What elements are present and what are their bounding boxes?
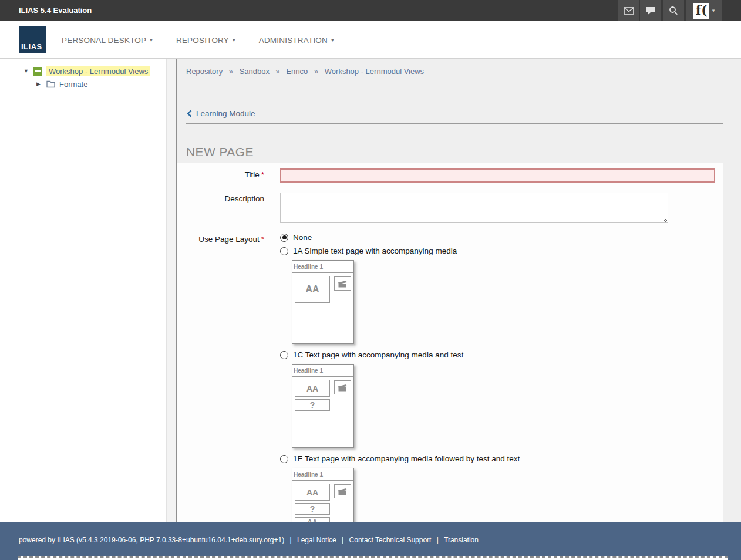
tree-item-learning-module[interactable]: ▼ Workshop - Lernmodul Views: [0, 65, 166, 77]
layout-option-1c[interactable]: 1C Text page with accompanying media and…: [280, 350, 520, 359]
back-link-label: Learning Module: [196, 109, 255, 118]
layout-preview-1e: Headline 1 AA ? AA: [292, 468, 354, 522]
breadcrumb: Repository » Sandbox » Enrico » Workshop…: [186, 67, 723, 76]
ilias-app-window: ILIAS 5.4 Evaluation: [0, 0, 741, 560]
test-block-placeholder: ?: [295, 399, 330, 411]
menu-personal-desktop[interactable]: PERSONAL DESKTOP ▾: [62, 36, 153, 45]
new-page-form: Title* Description Use Page Layout*: [177, 163, 723, 522]
preview-headline: Headline 1: [292, 365, 353, 377]
layout-preview-1a: Headline 1 AA: [292, 260, 354, 344]
search-button[interactable]: [663, 0, 684, 21]
layout-option-label[interactable]: None: [293, 233, 312, 242]
breadcrumb-link[interactable]: Enrico: [286, 67, 308, 76]
title-form-row: Title*: [186, 168, 723, 183]
menu-label: REPOSITORY: [176, 36, 229, 45]
preview-body: AA ? AA: [295, 484, 351, 522]
chat-icon: [646, 6, 655, 15]
layout-radio-1c[interactable]: [280, 351, 288, 359]
user-menu-button[interactable]: f( ▾: [686, 0, 722, 21]
learning-module-icon: [33, 67, 42, 76]
user-avatar: f(: [693, 3, 709, 19]
text-block-placeholder: AA: [295, 484, 330, 501]
footer: powered by ILIAS (v5.4.3 2019-06-06, PHP…: [0, 522, 741, 560]
tree-sidebar: ▼ Workshop - Lernmodul Views ▶ Formate: [0, 59, 166, 522]
media-block-placeholder: [334, 380, 351, 394]
description-form-row: Description: [186, 193, 723, 223]
media-clapperboard-icon: [338, 279, 348, 288]
menu-repository[interactable]: REPOSITORY ▾: [176, 36, 235, 45]
translation-link[interactable]: Translation: [444, 536, 479, 544]
test-block-placeholder: ?: [295, 503, 330, 515]
preview-headline: Headline 1: [292, 261, 353, 273]
back-to-learning-module-link[interactable]: Learning Module: [186, 109, 723, 124]
tree-item-label[interactable]: Formate: [59, 80, 87, 89]
chevron-down-icon: ▾: [712, 8, 715, 14]
expand-icon[interactable]: ▶: [36, 81, 42, 87]
content-upper: Repository » Sandbox » Enrico » Workshop…: [177, 59, 741, 159]
footer-separator: |: [437, 536, 439, 544]
title-label: Title*: [186, 168, 280, 179]
collapse-icon[interactable]: ▼: [23, 68, 29, 74]
layout-option-1e[interactable]: 1E Text page with accompanying media fol…: [280, 454, 520, 463]
description-textarea[interactable]: [280, 193, 668, 223]
installation-title: ILIAS 5.4 Evaluation: [19, 0, 92, 21]
layout-preview-1c: Headline 1 AA ?: [292, 364, 354, 448]
footer-separator: |: [290, 536, 292, 544]
sidebar-scrollbar[interactable]: [166, 59, 176, 522]
search-icon: [669, 6, 678, 15]
powered-by-text: powered by ILIAS (v5.4.3 2019-06-06, PHP…: [19, 536, 284, 544]
media-block-placeholder: [334, 276, 351, 291]
menu-administration[interactable]: ADMINISTRATION ▾: [259, 36, 334, 45]
layout-option-label[interactable]: 1C Text page with accompanying media and…: [293, 350, 463, 359]
media-clapperboard-icon: [338, 383, 348, 392]
mail-button[interactable]: [618, 0, 639, 21]
layout-radio-1a[interactable]: [280, 247, 288, 255]
required-marker: *: [261, 235, 264, 244]
chevron-left-icon: [187, 110, 192, 117]
ilias-logo[interactable]: ILIAS: [19, 26, 46, 53]
chevron-down-icon: ▾: [150, 37, 153, 43]
layout-radio-none[interactable]: [280, 234, 288, 242]
layout-option-1a[interactable]: 1A Simple text page with accompanying me…: [280, 247, 520, 255]
title-input[interactable]: [280, 168, 715, 183]
legal-notice-link[interactable]: Legal Notice: [297, 536, 336, 544]
top-bar: ILIAS 5.4 Evaluation: [0, 0, 741, 21]
page-title: NEW PAGE: [186, 145, 723, 159]
tree-item-formate[interactable]: ▶ Formate: [0, 77, 166, 90]
use-page-layout-label: Use Page Layout*: [186, 233, 280, 244]
breadcrumb-link[interactable]: Repository: [186, 67, 223, 76]
breadcrumb-separator: »: [314, 67, 318, 76]
breadcrumb-separator: »: [229, 67, 233, 76]
chat-button[interactable]: [640, 0, 661, 21]
top-bar-icons: f( ▾: [618, 0, 722, 21]
chevron-down-icon: ▾: [233, 37, 235, 43]
breadcrumb-link[interactable]: Sandbox: [240, 67, 270, 76]
preview-headline: Headline 1: [292, 468, 353, 481]
folder-icon: [46, 80, 55, 88]
main-nav-bar: ILIAS PERSONAL DESKTOP ▾ REPOSITORY ▾ AD…: [0, 21, 741, 59]
preview-body: AA: [295, 276, 351, 303]
media-clapperboard-icon: [338, 487, 348, 495]
media-block-placeholder: [334, 484, 351, 498]
layout-option-none[interactable]: None: [280, 233, 520, 242]
mail-icon: [624, 7, 634, 15]
main-menus: PERSONAL DESKTOP ▾ REPOSITORY ▾ ADMINIST…: [62, 21, 334, 59]
breadcrumb-link[interactable]: Workshop - Lernmodul Views: [325, 67, 424, 76]
page-layout-options: None 1A Simple text page with accompanyi…: [280, 233, 520, 522]
menu-label: PERSONAL DESKTOP: [62, 36, 146, 45]
contact-support-link[interactable]: Contact Technical Support: [349, 536, 432, 544]
menu-label: ADMINISTRATION: [259, 36, 328, 45]
layout-option-label[interactable]: 1E Text page with accompanying media fol…: [293, 454, 520, 463]
chevron-down-icon: ▾: [331, 37, 334, 43]
required-marker: *: [261, 170, 264, 179]
tree-item-label[interactable]: Workshop - Lernmodul Views: [46, 66, 150, 76]
footer-separator: |: [342, 536, 343, 544]
text-block-placeholder: AA: [295, 380, 330, 397]
footer-text: powered by ILIAS (v5.4.3 2019-06-06, PHP…: [19, 536, 479, 544]
layout-option-label[interactable]: 1A Simple text page with accompanying me…: [293, 247, 457, 255]
layout-radio-1e[interactable]: [280, 455, 288, 463]
page-layout-form-row: Use Page Layout* None 1A Simple text pag…: [186, 233, 723, 522]
main-area: ▼ Workshop - Lernmodul Views ▶ Formate R…: [0, 59, 741, 522]
preview-body: AA ?: [295, 380, 351, 411]
page-bottom-dashed-edge: [18, 556, 728, 560]
